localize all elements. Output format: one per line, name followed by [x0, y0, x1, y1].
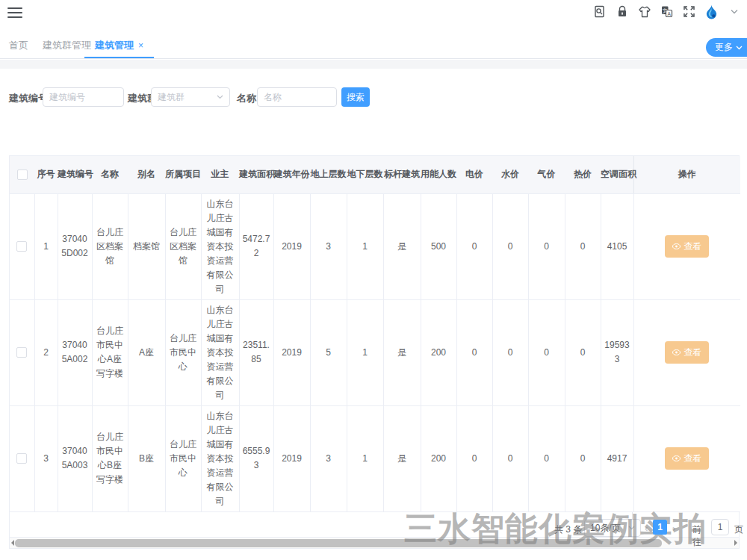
goto-label: 前往	[692, 523, 701, 549]
column-header: 热价	[565, 156, 601, 193]
cell: 23511.85	[239, 299, 273, 405]
cell: 台儿庄市民中心	[165, 299, 201, 405]
cell: 0	[456, 405, 492, 511]
horizontal-scrollbar[interactable]	[10, 537, 739, 548]
cell: 370405A003	[58, 405, 92, 511]
cell: A座	[128, 299, 165, 405]
scroll-right-arrow-icon[interactable]	[734, 540, 737, 546]
cell: 0	[565, 405, 601, 511]
svg-text:A: A	[667, 11, 671, 16]
tab-label: 首页	[9, 40, 28, 51]
prev-page-icon[interactable]: ‹	[645, 523, 648, 534]
fullscreen-icon[interactable]	[682, 4, 696, 19]
top-bar: 文A	[0, 0, 747, 30]
topbar-icon-group: 文A	[592, 4, 741, 19]
name-label: 名称	[237, 92, 256, 105]
cell: 2019	[273, 193, 310, 299]
cell: 台儿庄市民中心B座写字楼	[92, 405, 128, 511]
cell: 195933	[601, 299, 633, 405]
tab-building-mgmt[interactable]: 建筑管理×	[84, 33, 154, 58]
name-input[interactable]	[257, 87, 337, 107]
cell: 4105	[601, 193, 633, 299]
cell: 370405A002	[58, 299, 92, 405]
select-placeholder: 建筑群	[158, 91, 185, 104]
cell: 山东台儿庄古城国有资本投资运营有限公司	[201, 299, 239, 405]
view-button[interactable]: 查看	[665, 235, 709, 258]
tab-label: 建筑管理	[95, 40, 134, 51]
eye-icon	[672, 243, 681, 249]
cell: 是	[383, 299, 421, 405]
menu-toggle-icon[interactable]	[7, 7, 22, 19]
chevron-down-icon	[628, 526, 635, 530]
page-number-1[interactable]: 1	[653, 520, 667, 535]
cell: 1	[347, 405, 383, 511]
view-button[interactable]: 查看	[665, 447, 709, 470]
column-header: 建筑面积	[239, 156, 273, 193]
cell: 0	[492, 193, 528, 299]
page-size-select[interactable]: 10条/页	[584, 519, 641, 537]
cell: 0	[456, 299, 492, 405]
user-chevron-down-icon[interactable]	[727, 4, 741, 19]
eye-icon	[672, 349, 681, 355]
goto-page-input[interactable]	[711, 519, 729, 535]
cell: 4917	[601, 405, 633, 511]
document-search-icon[interactable]	[592, 4, 607, 19]
theme-tshirt-icon[interactable]	[637, 4, 651, 19]
cell: 500	[421, 193, 456, 299]
column-header: 空调面积	[601, 156, 633, 193]
view-button[interactable]: 查看	[665, 341, 709, 364]
tab-bar: 首页 建筑群管理 建筑管理× 更多	[0, 33, 747, 59]
cell: 2019	[273, 299, 310, 405]
cell: 是	[383, 405, 421, 511]
cell: 0	[528, 193, 565, 299]
tab-close-icon[interactable]: ×	[138, 40, 143, 51]
row-checkbox[interactable]	[16, 241, 27, 252]
row-checkbox[interactable]	[16, 453, 27, 464]
cell: 台儿庄区档案馆	[92, 193, 128, 299]
cell: 0	[492, 299, 528, 405]
column-header: 气价	[528, 156, 565, 193]
cell: 台儿庄区档案馆	[165, 193, 201, 299]
app-logo-icon[interactable]	[704, 4, 719, 19]
cell: 是	[383, 193, 421, 299]
building-group-select[interactable]: 建筑群	[151, 87, 230, 107]
cell: 3	[310, 193, 347, 299]
cell: 0	[565, 193, 601, 299]
search-button[interactable]: 搜索	[341, 87, 370, 107]
cell: 台儿庄市民中心A座写字楼	[92, 299, 128, 405]
cell: 台儿庄市民中心	[165, 405, 201, 511]
tab-home[interactable]: 首页	[9, 33, 28, 58]
cell: 0	[528, 299, 565, 405]
content-divider-strip	[0, 60, 747, 69]
cell: 1	[347, 299, 383, 405]
cell: 山东台儿庄古城国有资本投资运营有限公司	[201, 193, 239, 299]
cell: 3	[34, 405, 58, 511]
buildings-table: 序号建筑编号名称别名所属项目业主建筑面积建筑年份地上层数地下层数标杆建筑用能人数…	[9, 155, 740, 549]
cell: 山东台儿庄古城国有资本投资运营有限公司	[201, 405, 239, 511]
cell: 6555.93	[239, 405, 273, 511]
page-unit-label: 页	[734, 523, 743, 536]
cell: 0	[565, 299, 601, 405]
cell: 0	[528, 405, 565, 511]
column-header: 名称	[92, 156, 128, 193]
column-header: 标杆建筑	[383, 156, 421, 193]
scroll-left-arrow-icon[interactable]	[11, 540, 14, 546]
column-header: 地下层数	[347, 156, 383, 193]
lock-icon[interactable]	[615, 4, 629, 19]
select-all-checkbox[interactable]	[17, 169, 28, 180]
chevron-down-icon	[736, 46, 743, 50]
more-button-label: 更多	[715, 41, 733, 54]
cell: B座	[128, 405, 165, 511]
cell: 5472.72	[239, 193, 273, 299]
row-checkbox[interactable]	[16, 347, 27, 358]
column-header: 用能人数	[421, 156, 456, 193]
table-row: 2370405A002台儿庄市民中心A座写字楼A座台儿庄市民中心山东台儿庄古城国…	[10, 299, 740, 405]
more-button[interactable]: 更多	[706, 38, 747, 57]
column-header: 业主	[201, 156, 239, 193]
scrollbar-thumb[interactable]	[15, 539, 662, 547]
next-page-icon[interactable]: ›	[672, 523, 675, 534]
table-row: 3370405A003台儿庄市民中心B座写字楼B座台儿庄市民中心山东台儿庄古城国…	[10, 405, 740, 511]
translate-icon[interactable]: 文A	[660, 4, 674, 19]
building-code-input[interactable]	[43, 87, 124, 107]
column-header: 电价	[456, 156, 492, 193]
